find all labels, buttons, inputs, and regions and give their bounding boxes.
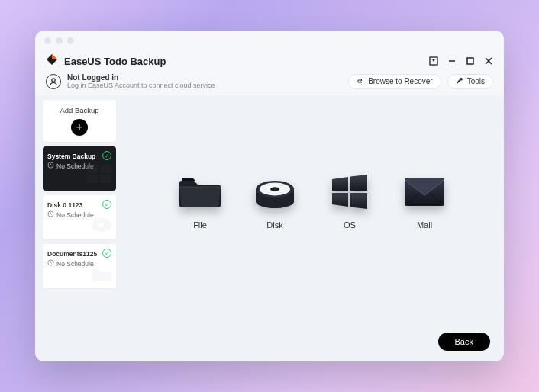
back-button-label: Back [455,337,473,346]
account-hint: Log in EaseUS Account to connect cloud s… [67,82,215,89]
plus-icon: + [71,119,88,136]
window-controls [429,56,493,66]
windows-bg-icon [87,165,113,188]
task-card-documents[interactable]: Documents1125 No Schedule [43,244,116,288]
clock-icon [47,162,54,170]
folder-bg-icon [90,265,113,285]
task-card-system[interactable]: System Backup No Schedule [43,146,116,191]
svg-point-16 [99,223,104,227]
back-button[interactable]: Back [438,333,490,351]
svg-rect-11 [100,165,111,173]
svg-rect-10 [87,165,98,173]
clock-icon [47,210,54,219]
close-icon[interactable] [484,56,493,66]
recover-arrow-icon [357,77,364,86]
mac-dot [56,37,63,44]
mac-traffic-lights [35,31,504,50]
svg-rect-5 [467,58,473,64]
svg-rect-13 [100,175,111,183]
option-file[interactable]: File [179,170,221,230]
backup-type-options: File Disk [179,170,446,230]
option-file-label: File [193,220,207,230]
brand: EaseUS Todo Backup [46,53,166,69]
minimize-icon[interactable] [447,56,457,66]
svg-marker-26 [350,193,367,209]
account-area[interactable]: Not Logged in Log in EaseUS Account to c… [46,73,215,89]
svg-marker-23 [332,177,348,191]
user-avatar-icon [46,74,61,89]
wrench-icon [456,77,463,86]
disk-bg-icon [90,217,113,236]
task-card-disk[interactable]: Disk 0 1123 No Schedule [43,195,116,239]
option-mail[interactable]: Mail [403,170,446,230]
clock-icon [47,259,54,268]
svg-marker-3 [432,59,435,62]
title-bar: EaseUS Todo Backup [35,50,504,73]
tools-label: Tools [467,77,485,85]
dropdown-icon[interactable] [429,56,438,66]
tools-button[interactable]: Tools [447,74,493,89]
folder-icon [179,170,221,213]
svg-point-21 [270,187,279,191]
sub-bar: Not Logged in Log in EaseUS Account to c… [35,73,504,95]
sidebar: Add Backup + System Backup No Schedule [35,100,121,361]
svg-point-8 [52,78,55,81]
option-os-label: OS [344,220,356,230]
svg-rect-12 [87,175,98,183]
svg-point-22 [266,185,273,188]
app-title: EaseUS Todo Backup [64,56,166,67]
account-text: Not Logged in Log in EaseUS Account to c… [67,73,215,89]
mail-icon [403,170,446,213]
mac-dot [67,37,74,44]
add-backup-card[interactable]: Add Backup + [43,100,116,142]
option-os[interactable]: OS [328,170,371,230]
browse-recover-label: Browse to Recover [368,77,432,85]
content-area: Add Backup + System Backup No Schedule [35,95,504,361]
option-disk-label: Disk [266,220,282,230]
account-status: Not Logged in [67,73,215,82]
disk-icon [253,170,296,213]
main-panel: File Disk [121,100,504,361]
svg-marker-24 [350,175,367,191]
app-window: EaseUS Todo Backup Not Logged in Lo [35,31,504,361]
mac-dot [44,37,51,44]
option-mail-label: Mail [417,220,432,230]
status-ok-icon [102,200,111,209]
svg-marker-1 [52,54,57,59]
add-backup-label: Add Backup [47,106,111,114]
brand-logo-icon [46,53,58,69]
sub-actions: Browse to Recover Tools [348,74,493,89]
maximize-icon[interactable] [466,56,475,66]
windows-icon [328,170,371,213]
option-disk[interactable]: Disk [253,170,296,230]
browse-recover-button[interactable]: Browse to Recover [348,74,441,89]
status-ok-icon [102,249,111,258]
svg-marker-25 [332,193,348,207]
status-ok-icon [102,151,111,160]
